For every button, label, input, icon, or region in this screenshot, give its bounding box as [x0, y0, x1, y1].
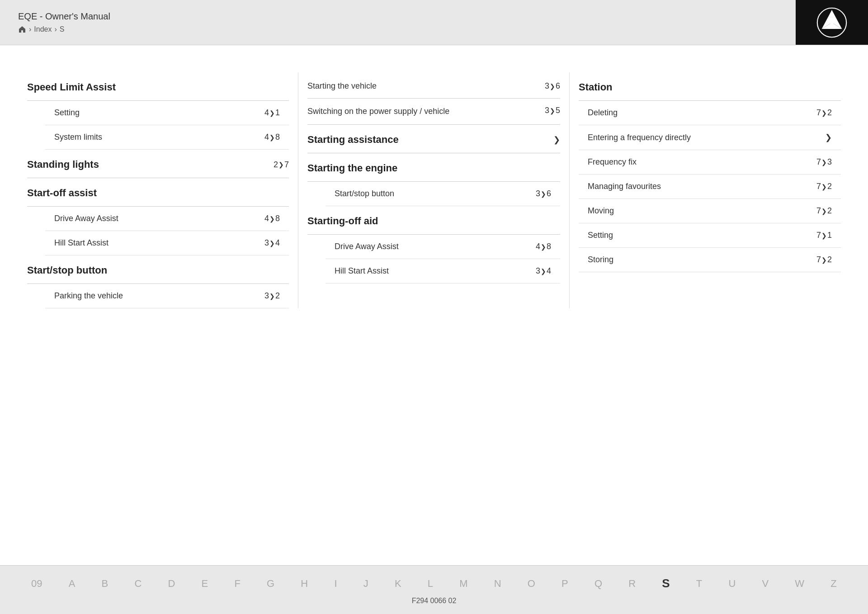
alpha-B[interactable]: B	[98, 576, 112, 591]
subentry-setting-ref: 4❯1	[264, 108, 280, 118]
alpha-M[interactable]: M	[456, 576, 471, 591]
starting-assistance-ref: ❯	[553, 135, 560, 145]
starting-assistance-label: Starting assistance	[307, 134, 399, 146]
alpha-H[interactable]: H	[297, 576, 311, 591]
subentry-setting-label: Setting	[54, 108, 80, 118]
manual-title: EQE - Owner's Manual	[18, 11, 110, 22]
entry-standing-lights[interactable]: Standing lights 2❯7	[27, 150, 289, 178]
subentry-drive-away-assist[interactable]: Drive Away Assist 4❯8	[45, 207, 289, 231]
drive-away-assist-label: Drive Away Assist	[54, 214, 118, 223]
drive-away-assist-ref: 4❯8	[264, 214, 280, 223]
subentry-frequency-fix[interactable]: Frequency fix 7❯3	[579, 150, 841, 175]
parking-vehicle-label: Parking the vehicle	[54, 291, 123, 301]
alpha-V[interactable]: V	[758, 576, 772, 591]
subentry-moving[interactable]: Moving 7❯2	[579, 199, 841, 223]
entry-starting-vehicle[interactable]: Starting the vehicle 3❯6	[307, 72, 560, 99]
index-columns: Speed Limit Assist Setting 4❯1 System li…	[27, 72, 841, 308]
heading-start-off-assist: Start-off assist	[27, 178, 289, 207]
footer-code: F294 0066 02	[18, 597, 850, 605]
parking-vehicle-ref: 3❯2	[264, 291, 280, 301]
starting-vehicle-label: Starting the vehicle	[307, 81, 377, 91]
entry-starting-assistance[interactable]: Starting assistance ❯	[307, 125, 560, 153]
subentry-system-limits[interactable]: System limits 4❯8	[45, 125, 289, 150]
page-footer: 09 A B C D E F G H I J K L M N O P Q R S…	[0, 565, 868, 614]
home-icon[interactable]	[18, 25, 26, 33]
breadcrumb-sep-1: ›	[29, 25, 31, 33]
entering-frequency-ref: ❯	[825, 132, 832, 142]
starting-vehicle-ref: 3❯6	[545, 81, 560, 91]
breadcrumb-index[interactable]: Index	[34, 25, 52, 33]
alpha-C[interactable]: C	[131, 576, 145, 591]
subentry-parking-vehicle[interactable]: Parking the vehicle 3❯2	[45, 284, 289, 308]
main-content: Speed Limit Assist Setting 4❯1 System li…	[0, 45, 868, 565]
column-1: Speed Limit Assist Setting 4❯1 System li…	[27, 72, 298, 308]
alpha-09[interactable]: 09	[28, 576, 46, 591]
alpha-J[interactable]: J	[360, 576, 372, 591]
breadcrumb: › Index › S	[18, 25, 110, 33]
alpha-N[interactable]: N	[491, 576, 505, 591]
hill-start-assist-label: Hill Start Assist	[54, 238, 108, 248]
drive-away-assist-col2-label: Drive Away Assist	[335, 242, 399, 251]
alpha-W[interactable]: W	[791, 576, 808, 591]
subentry-managing-favourites[interactable]: Managing favourites 7❯2	[579, 175, 841, 199]
header-left: EQE - Owner's Manual › Index › S	[0, 2, 128, 43]
entry-switching-power[interactable]: Switching on the power supply / vehicle …	[307, 99, 560, 125]
breadcrumb-s[interactable]: S	[60, 25, 65, 33]
alpha-O[interactable]: O	[524, 576, 539, 591]
subentry-hill-start-assist[interactable]: Hill Start Assist 3❯4	[45, 231, 289, 255]
alpha-F[interactable]: F	[231, 576, 244, 591]
switching-power-ref: 3❯5	[545, 106, 560, 115]
entering-frequency-label: Entering a frequency directly	[588, 133, 691, 142]
hill-start-assist-ref: 3❯4	[264, 238, 280, 248]
subentry-system-limits-ref: 4❯8	[264, 132, 280, 142]
alpha-U[interactable]: U	[725, 576, 739, 591]
alpha-R[interactable]: R	[625, 576, 639, 591]
alpha-D[interactable]: D	[165, 576, 179, 591]
subentry-setting-col3[interactable]: Setting 7❯1	[579, 223, 841, 248]
moving-ref: 7❯2	[816, 206, 832, 216]
alpha-E[interactable]: E	[198, 576, 212, 591]
start-stop-button-ref: 3❯6	[536, 189, 551, 198]
subentry-storing[interactable]: Storing 7❯2	[579, 248, 841, 272]
alpha-Q[interactable]: Q	[591, 576, 606, 591]
alpha-I[interactable]: I	[330, 576, 340, 591]
column-3: Station Deleting 7❯2 Entering a frequenc…	[570, 72, 841, 308]
header-right	[741, 0, 868, 45]
subentry-hill-start-assist-col2[interactable]: Hill Start Assist 3❯4	[326, 259, 560, 283]
alpha-L[interactable]: L	[424, 576, 437, 591]
breadcrumb-sep-2: ›	[54, 25, 57, 33]
switching-power-label: Switching on the power supply / vehicle	[307, 106, 449, 117]
decorative-triangle	[741, 0, 796, 45]
setting-col3-ref: 7❯1	[816, 231, 832, 240]
subentry-deleting[interactable]: Deleting 7❯2	[579, 101, 841, 125]
standing-lights-label: Standing lights	[27, 159, 99, 170]
managing-favourites-ref: 7❯2	[816, 182, 832, 191]
hill-start-assist-col2-label: Hill Start Assist	[335, 266, 389, 276]
heading-starting-engine: Starting the engine	[307, 153, 560, 182]
svg-point-1	[830, 20, 834, 24]
mercedes-logo	[816, 7, 848, 38]
heading-starting-off-aid: Starting-off aid	[307, 206, 560, 235]
drive-away-assist-col2-ref: 4❯8	[536, 242, 551, 251]
subentry-start-stop-button[interactable]: Start/stop button 3❯6	[326, 182, 560, 206]
start-stop-button-label: Start/stop button	[335, 189, 394, 198]
alpha-T[interactable]: T	[693, 576, 706, 591]
alpha-A[interactable]: A	[65, 576, 79, 591]
subentry-drive-away-assist-col2[interactable]: Drive Away Assist 4❯8	[326, 235, 560, 259]
deleting-label: Deleting	[588, 108, 618, 118]
standing-lights-ref: 2❯7	[274, 160, 289, 170]
heading-speed-limit-assist: Speed Limit Assist	[27, 72, 289, 101]
subentry-entering-frequency[interactable]: Entering a frequency directly ❯	[579, 125, 841, 150]
storing-ref: 7❯2	[816, 255, 832, 264]
hill-start-assist-col2-ref: 3❯4	[536, 266, 551, 276]
alpha-navigation: 09 A B C D E F G H I J K L M N O P Q R S…	[18, 575, 850, 592]
alpha-P[interactable]: P	[558, 576, 572, 591]
column-2: Starting the vehicle 3❯6 Switching on th…	[298, 72, 570, 308]
setting-col3-label: Setting	[588, 231, 613, 240]
logo-area	[796, 0, 868, 45]
subentry-setting[interactable]: Setting 4❯1	[45, 101, 289, 125]
alpha-K[interactable]: K	[391, 576, 405, 591]
alpha-G[interactable]: G	[263, 576, 278, 591]
alpha-S[interactable]: S	[658, 575, 673, 592]
alpha-Z[interactable]: Z	[827, 576, 840, 591]
